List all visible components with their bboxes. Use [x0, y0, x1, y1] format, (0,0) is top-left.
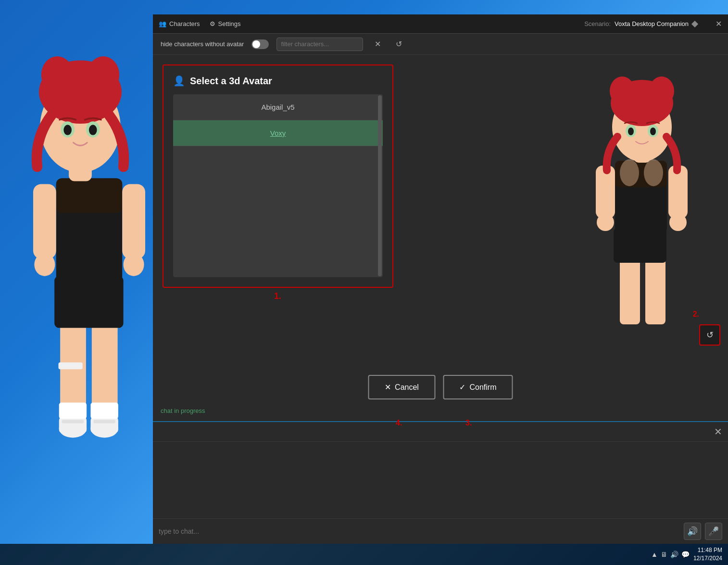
svg-rect-4 — [56, 178, 122, 213]
characters-icon: 👥 — [159, 20, 166, 27]
confirm-button[interactable]: ✓ Confirm — [443, 375, 513, 399]
taskbar-network-icon[interactable]: 💬 — [681, 551, 690, 558]
toolbar: hide characters without avatar ✕ ↺ — [153, 34, 728, 55]
refresh-button-toolbar[interactable]: ↺ — [392, 38, 405, 51]
svg-point-7 — [34, 253, 55, 276]
svg-rect-26 — [90, 403, 118, 419]
chat-close-button[interactable]: ✕ — [714, 426, 722, 437]
status-bar: chat in progress — [153, 402, 728, 419]
scenario-diamond-icon — [691, 20, 698, 27]
taskbar-monitor-icon[interactable]: 🖥 — [661, 551, 667, 558]
annotation-1: 1. — [274, 291, 281, 301]
clear-filter-button[interactable]: ✕ — [371, 38, 384, 51]
annotation-4: 4. — [396, 419, 402, 427]
refresh-btn-container: ↺ — [699, 324, 720, 346]
list-scrollbar[interactable] — [378, 95, 382, 276]
window-close-button[interactable]: ✕ — [715, 20, 722, 28]
speaker-button[interactable]: 🔊 — [684, 523, 701, 540]
hide-avatars-label: hide characters without avatar — [161, 40, 244, 48]
svg-rect-24 — [93, 420, 115, 423]
svg-rect-21 — [59, 417, 87, 433]
avatar-item-abigail[interactable]: Abigail_v5 — [173, 94, 383, 120]
scenario-display: Scenario: Voxta Desktop Companion — [584, 20, 699, 27]
taskbar: ▲ 🖥 🔊 💬 11:48 PM 12/17/2024 — [0, 544, 728, 565]
svg-rect-5 — [33, 184, 56, 258]
annotation-2: 2. — [693, 310, 699, 319]
svg-point-8 — [124, 253, 144, 276]
tab-settings[interactable]: ⚙ Settings — [210, 20, 241, 27]
cancel-icon: ✕ — [385, 383, 391, 392]
refresh-icon: ↺ — [706, 330, 714, 340]
hide-avatars-toggle[interactable] — [251, 39, 269, 49]
svg-rect-6 — [122, 184, 145, 258]
cancel-label: Cancel — [395, 383, 419, 392]
mic-button[interactable]: 🎤 — [705, 523, 722, 540]
cancel-button[interactable]: ✕ Cancel — [368, 375, 435, 399]
avatar-item-voxy[interactable]: Voxy — [173, 120, 383, 146]
taskbar-chevron-icon[interactable]: ▲ — [651, 551, 658, 558]
avatar-select-dialog: 👤 Select a 3d Avatar Abigail_v5 Voxy — [163, 64, 393, 288]
refresh-avatar-button[interactable]: ↺ — [699, 324, 720, 346]
main-content: 👤 Select a 3d Avatar Abigail_v5 Voxy — [153, 55, 728, 544]
window-controls: ✕ — [715, 20, 722, 28]
dialog-overlay: 👤 Select a 3d Avatar Abigail_v5 Voxy — [153, 55, 728, 371]
dialog-title-icon: 👤 — [173, 75, 185, 87]
svg-point-13 — [87, 56, 119, 93]
taskbar-time: 11:48 PM 12/17/2024 — [693, 546, 722, 563]
svg-point-17 — [89, 125, 97, 135]
chat-input-bar: 🔊 🎤 — [153, 518, 728, 544]
taskbar-volume-icon[interactable]: 🔊 — [670, 551, 678, 558]
svg-rect-23 — [62, 420, 84, 423]
annotation-3: 3. — [465, 419, 472, 427]
confirm-icon: ✓ — [459, 383, 465, 392]
chat-messages — [153, 442, 728, 518]
svg-rect-2 — [54, 276, 123, 328]
taskbar-icons: ▲ 🖥 🔊 💬 — [651, 551, 690, 558]
left-character-avatar — [0, 0, 149, 472]
title-bar: 👥 Characters ⚙ Settings Scenario: Voxta … — [153, 14, 728, 34]
chat-input[interactable] — [159, 527, 680, 535]
svg-rect-18 — [59, 362, 83, 369]
svg-rect-25 — [59, 403, 87, 419]
svg-rect-22 — [90, 417, 118, 433]
mic-icon: 🎤 — [708, 526, 719, 537]
svg-point-16 — [63, 125, 72, 135]
chat-panel-header: ✕ — [153, 422, 728, 442]
avatar-list[interactable]: Abigail_v5 Voxy — [173, 94, 383, 277]
tab-characters[interactable]: 👥 Characters — [159, 20, 200, 27]
settings-icon: ⚙ — [210, 20, 215, 27]
app-window: 👥 Characters ⚙ Settings Scenario: Voxta … — [153, 14, 728, 544]
status-text: chat in progress — [161, 407, 205, 414]
speaker-icon: 🔊 — [687, 526, 698, 537]
chat-panel: ✕ 🔊 🎤 — [153, 421, 728, 544]
svg-point-12 — [41, 56, 74, 93]
filter-input[interactable] — [276, 38, 363, 51]
dialog-actions: ✕ Cancel ✓ Confirm — [368, 375, 513, 399]
confirm-label: Confirm — [469, 383, 496, 392]
dialog-title: 👤 Select a 3d Avatar — [173, 75, 383, 87]
